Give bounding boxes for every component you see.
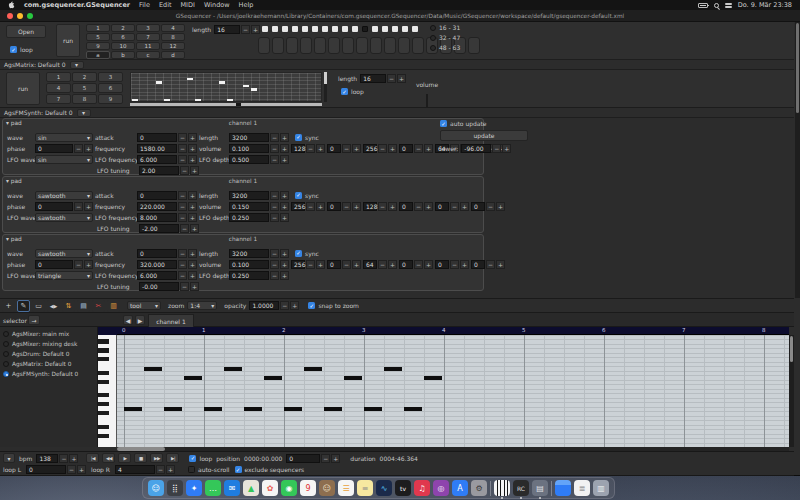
loop-right-value[interactable]: 4 [115,465,155,474]
bank-radio-16-31[interactable]: 16 - 31 [430,24,460,31]
synth-param-6-decrement[interactable]: − [486,260,495,269]
frequency-spinner-increment[interactable]: + [188,260,197,269]
synth-param-3-decrement[interactable]: − [378,202,387,211]
lfo-wave-dropdown[interactable]: triangle▾ [35,271,93,280]
phase-spinner-value[interactable]: 0 [35,260,73,269]
machine-radio[interactable] [3,371,9,377]
dock-icon-downloads-folder[interactable] [555,480,571,496]
lfo-depth-spinner-increment[interactable]: + [280,155,289,164]
matrix-cell[interactable] [227,99,233,102]
open-button[interactable]: Open [6,25,46,38]
control-center-icon[interactable] [725,3,732,8]
synth-param-5-increment[interactable]: + [460,260,469,269]
sync-checkbox[interactable]: ✓ [295,192,302,199]
length-spinner-value[interactable]: 3200 [229,133,269,142]
length-spinner-increment[interactable]: + [280,249,289,258]
synth-param-3-increment[interactable]: + [388,144,397,153]
matrix-cell[interactable] [132,99,138,102]
synth-param-1-decrement[interactable]: − [306,144,315,153]
forward-button[interactable]: ▶▶ [150,453,163,463]
drum-step-led-6[interactable] [312,26,318,32]
drum-pattern-pad-8[interactable] [356,37,368,54]
drum-step-led-1[interactable] [262,26,268,32]
machine-item[interactable]: AgsFMSynth: Default 0 [0,369,97,379]
window-titlebar[interactable]: GSequencer - /Users/joelkraehemann/Libra… [0,10,800,22]
synth-param-3-value[interactable]: 64 [363,260,377,269]
lfo-depth-spinner-decrement[interactable]: − [270,155,279,164]
length-spinner-decrement[interactable]: − [270,191,279,200]
volume-spinner-value[interactable]: 0.100 [229,260,269,269]
lfo-frequency-spinner-increment[interactable]: + [188,155,197,164]
bank-radio-32-47[interactable]: 32 - 47 [430,34,460,41]
lfo-tuning-spinner-increment[interactable]: + [190,282,199,291]
drum-pattern-pad-3[interactable] [286,37,298,54]
black-key[interactable] [98,402,109,406]
volume-spinner-decrement[interactable]: − [270,144,279,153]
drum-pad-d[interactable]: d [161,51,185,59]
synth-param-1-increment[interactable]: + [316,202,325,211]
lfo-frequency-spinner-decrement[interactable]: − [178,213,187,222]
dock-icon-podcasts[interactable]: ◎ [433,480,449,496]
volume-spinner-increment[interactable]: + [280,202,289,211]
lower-value[interactable]: -96.00 [461,144,491,153]
synth-param-3-value[interactable]: 256 [363,144,377,153]
maximize-window-button[interactable] [27,13,33,19]
matrix-pad-1[interactable]: 1 [46,72,71,82]
matrix-horizontal-scrollbar[interactable] [130,103,322,106]
matrix-pad-5[interactable]: 5 [72,83,97,93]
dock-icon-audio-mixer-app[interactable]: ▤ [532,480,548,496]
matrix-length-value[interactable]: 16 [360,74,386,83]
note[interactable] [204,407,222,411]
black-key[interactable] [98,380,109,384]
dock-icon-finder[interactable]: ☺ [148,480,164,496]
drum-step-led-15[interactable] [402,26,408,32]
synth-param-6-value[interactable]: 0 [471,260,485,269]
synth-param-6-value[interactable]: 0 [471,202,485,211]
synth-param-2-decrement[interactable]: − [342,144,351,153]
snap-to-zoom-checkbox[interactable]: ✓ [308,302,315,309]
drum-pattern-pad-11[interactable] [398,37,410,54]
sync-toggle[interactable]: ✓sync [295,192,319,199]
matrix-cell[interactable] [251,88,257,91]
drum-step-led-5[interactable] [302,26,308,32]
attack-spinner-value[interactable]: 0 [137,191,177,200]
matrix-pattern-grid[interactable] [130,72,322,102]
transport-menu-button[interactable]: ▾ [3,453,15,463]
synth-param-5-value[interactable]: 0 [435,260,449,269]
dock-icon-trash[interactable]: ▥ [593,480,609,496]
synth-param-1-value[interactable]: 128 [291,144,305,153]
drum-pattern-pad-5[interactable] [314,37,326,54]
synth-param-4-value[interactable]: 0 [399,202,413,211]
synth-param-1-decrement[interactable]: − [306,202,315,211]
drum-loop-toggle[interactable]: ✓ loop [10,46,33,53]
drum-length-value[interactable]: 16 [214,25,240,34]
menu-item-file[interactable]: File [139,1,150,9]
machine-radio[interactable] [3,351,9,357]
matrix-pad-4[interactable]: 4 [46,83,71,93]
invert-tool[interactable]: ⇅ [62,300,75,312]
synth-param-6-decrement[interactable]: − [486,202,495,211]
drum-pattern-pad-7[interactable] [342,37,354,54]
matrix-pad-6[interactable]: 6 [98,83,123,93]
synth-param-6-increment[interactable]: + [496,260,505,269]
window-scrollbar[interactable] [795,22,800,298]
synth-param-3-value[interactable]: 128 [363,202,377,211]
loop-left-increment[interactable]: + [77,465,86,474]
loop-left-decrement[interactable]: − [67,465,76,474]
drum-pattern-pad-6[interactable] [328,37,340,54]
exclude-sequencers-toggle[interactable]: ✓ exclude sequencers [235,466,305,473]
synth-param-5-increment[interactable]: + [460,202,469,211]
drum-pad-6[interactable]: 6 [111,33,135,41]
frequency-spinner-decrement[interactable]: − [178,260,187,269]
synth-param-1-increment[interactable]: + [316,144,325,153]
drum-pad-2[interactable]: 2 [111,24,135,32]
menu-item-help[interactable]: Help [239,1,254,9]
spotlight-icon[interactable] [714,3,719,8]
black-key[interactable] [98,425,109,429]
minimize-window-button[interactable] [17,13,23,19]
drum-step-led-2[interactable] [272,26,278,32]
attack-spinner-increment[interactable]: + [188,133,197,142]
bpm-decrement[interactable]: − [59,454,68,463]
matrix-cell[interactable] [187,78,193,81]
notation-grid[interactable] [117,335,789,447]
